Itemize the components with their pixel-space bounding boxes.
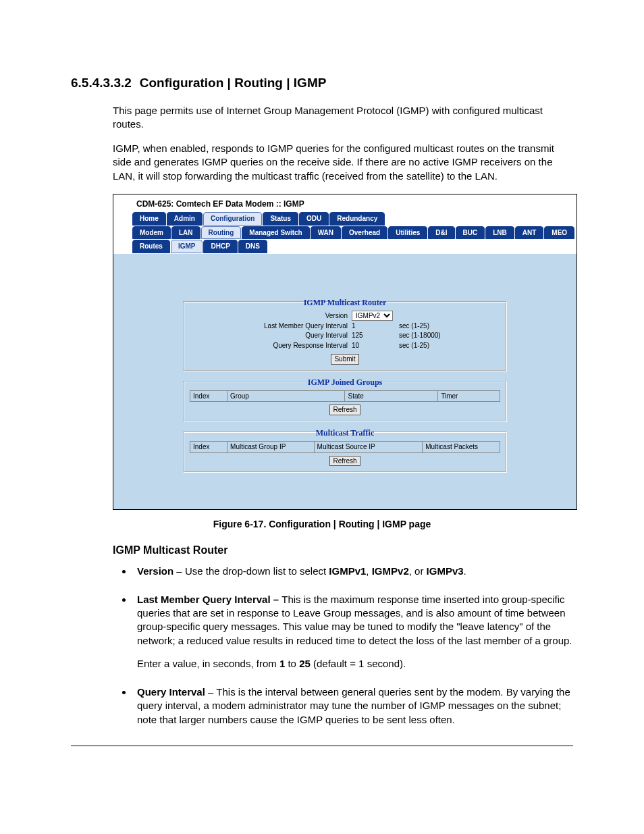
tab-configuration[interactable]: Configuration	[203, 212, 263, 226]
tab-di[interactable]: D&I	[428, 226, 454, 240]
tab-ant[interactable]: ANT	[515, 226, 544, 240]
subsection-heading: IGMP Multicast Router	[113, 543, 573, 558]
value-qi: 125	[352, 331, 379, 340]
tab-lan[interactable]: LAN	[171, 226, 200, 240]
col-mc-group-ip: Multicast Group IP	[227, 442, 315, 453]
paragraph-intro-2: IGMP, when enabled, responds to IGMP que…	[113, 142, 573, 183]
value-lmq: 1	[352, 321, 379, 331]
tab-overhead[interactable]: Overhead	[342, 226, 387, 240]
footer-rule	[71, 746, 573, 746]
figure-caption: Figure 6-17. Configuration | Routing | I…	[71, 518, 573, 531]
tab-modem[interactable]: Modem	[132, 226, 171, 240]
nav-row-3: Routes IGMP DHCP DNS	[113, 240, 576, 254]
table-row: Index Multicast Group IP Multicast Sourc…	[190, 442, 500, 453]
col-mc-packets: Multicast Packets	[423, 442, 500, 453]
label-qi: Query Interval	[190, 331, 352, 340]
tab-igmp[interactable]: IGMP	[171, 240, 203, 253]
label-version: Version	[190, 311, 352, 321]
tab-routes[interactable]: Routes	[132, 240, 170, 253]
tab-wan[interactable]: WAN	[311, 226, 341, 240]
col-timer: Timer	[438, 390, 500, 402]
nav-row-1: Home Admin Configuration Status ODU Redu…	[113, 212, 576, 226]
panel-title-joined: IGMP Joined Groups	[190, 377, 500, 388]
table-multicast-traffic: Index Multicast Group IP Multicast Sourc…	[190, 441, 500, 453]
refresh-button-traffic[interactable]: Refresh	[329, 456, 360, 467]
select-version[interactable]: IGMPv2	[352, 311, 393, 321]
submit-button[interactable]: Submit	[331, 354, 358, 365]
value-qri: 10	[352, 341, 379, 350]
tab-lnb[interactable]: LNB	[485, 226, 514, 240]
bullet-qi: Query Interval – This is the interval be…	[133, 685, 573, 727]
table-row: Index Group State Timer	[190, 390, 500, 402]
refresh-button-joined[interactable]: Refresh	[329, 405, 360, 415]
panel-title-traffic: Multicast Traffic	[190, 427, 500, 438]
paragraph-intro-1: This page permits use of Internet Group …	[113, 104, 573, 132]
tab-dhcp[interactable]: DHCP	[203, 240, 237, 253]
tab-redundancy[interactable]: Redundancy	[329, 212, 385, 226]
tab-home[interactable]: Home	[132, 212, 166, 226]
window-title: CDM-625: Comtech EF Data Modem :: IGMP	[113, 194, 576, 212]
bullet-version: Version – Use the drop-down list to sele…	[133, 565, 573, 578]
screenshot-body: IGMP Multicast Router Version IGMPv2 Las…	[113, 254, 576, 510]
panel-title-router: IGMP Multicast Router	[190, 297, 500, 308]
tab-buc[interactable]: BUC	[456, 226, 485, 240]
col-index: Index	[190, 442, 227, 453]
tab-utilities[interactable]: Utilities	[388, 226, 427, 240]
tab-status[interactable]: Status	[263, 212, 298, 226]
panel-multicast-traffic: Multicast Traffic Index Multicast Group …	[183, 432, 507, 473]
col-group: Group	[227, 390, 345, 402]
unit-qi: sec (1-18000)	[379, 331, 500, 340]
bullet-lmq: Last Member Query Interval – This is the…	[133, 593, 573, 671]
tab-dns[interactable]: DNS	[238, 240, 267, 253]
bullet-list: Version – Use the drop-down list to sele…	[133, 565, 573, 727]
label-lmq: Last Member Query Interval	[190, 321, 352, 331]
unit-lmq: sec (1-25)	[379, 321, 500, 331]
tab-odu[interactable]: ODU	[299, 212, 329, 226]
label-qri: Query Response Interval	[190, 341, 352, 350]
col-state: State	[345, 390, 438, 402]
col-mc-source-ip: Multicast Source IP	[314, 442, 423, 453]
section-heading: 6.5.4.3.3.2Configuration | Routing | IGM…	[71, 74, 573, 92]
table-joined-groups: Index Group State Timer	[190, 390, 500, 402]
panel-igmp-multicast-router: IGMP Multicast Router Version IGMPv2 Las…	[183, 301, 507, 371]
embedded-screenshot: CDM-625: Comtech EF Data Modem :: IGMP H…	[113, 194, 577, 510]
nav-row-2: Modem LAN Routing Managed Switch WAN Ove…	[113, 226, 576, 240]
bullet-lmq-p2: Enter a value, in seconds, from 1 to 25 …	[137, 657, 573, 671]
tab-routing[interactable]: Routing	[201, 226, 242, 240]
unit-qri: sec (1-25)	[379, 341, 500, 350]
section-number: 6.5.4.3.3.2	[71, 76, 132, 90]
tab-managed-switch[interactable]: Managed Switch	[242, 226, 309, 240]
panel-igmp-joined-groups: IGMP Joined Groups Index Group State Tim…	[183, 381, 507, 422]
tab-meo[interactable]: MEO	[544, 226, 574, 240]
col-index: Index	[190, 390, 227, 402]
section-title: Configuration | Routing | IGMP	[140, 76, 327, 90]
tab-admin[interactable]: Admin	[167, 212, 203, 226]
